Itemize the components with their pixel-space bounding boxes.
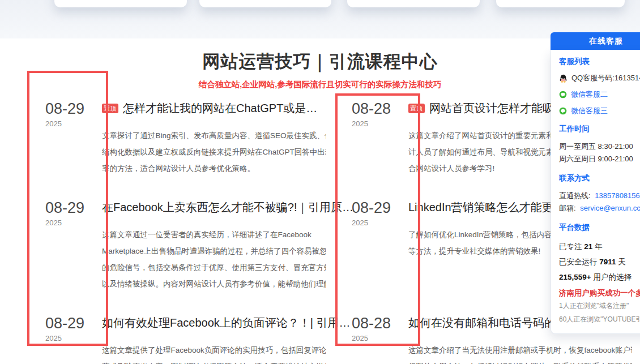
pinned-badge: 置顶 bbox=[102, 104, 118, 113]
top-card[interactable] bbox=[199, 0, 331, 7]
article-date-md: 08-28 bbox=[352, 100, 408, 117]
qq-service-number: QQ客服号码:1613514 bbox=[571, 73, 640, 83]
article-date: 08-29 2025 bbox=[45, 100, 102, 177]
pinned-badge: 置顶 bbox=[408, 104, 425, 113]
wechat-icon bbox=[559, 107, 567, 115]
stat-users-label: 用户的选择 bbox=[593, 273, 632, 281]
article-desc: 文章探讨了通过Bing索引、发布高质量内容、遵循SEO最佳实践、使用 结构化数据… bbox=[102, 127, 326, 177]
article-desc: 这篇文章提供了处理Facebook负面评论的实用技巧，包括回复评论、隐 藏或删除… bbox=[102, 342, 326, 364]
article-date-year: 2025 bbox=[352, 219, 408, 227]
service-list-title: 客服列表 bbox=[559, 57, 640, 67]
article-title-link[interactable]: 在Facebook上卖东西怎么才能不被骗?!｜引用原… bbox=[102, 199, 326, 215]
article-body: 在Facebook上卖东西怎么才能不被骗?!｜引用原… 这篇文章通过一位受害者的… bbox=[102, 199, 326, 292]
platform-data-title: 平台数据 bbox=[559, 222, 640, 233]
top-card[interactable] bbox=[347, 0, 480, 7]
work-time-weekday: 周一至周五 8:30-21:00 bbox=[559, 140, 640, 153]
article-date-year: 2025 bbox=[352, 119, 408, 128]
stat-years-number: 21 bbox=[584, 242, 592, 251]
article-date-year: 2025 bbox=[45, 219, 102, 227]
top-card[interactable] bbox=[54, 0, 187, 7]
article-date-md: 08-29 bbox=[45, 100, 102, 117]
purchase-notice: 济南用户购买成功一个多 bbox=[559, 288, 640, 298]
article-date-md: 08-29 bbox=[45, 315, 102, 332]
work-time-title: 工作时间 bbox=[559, 124, 640, 134]
wechat-service-item-2[interactable]: 微信客服二 bbox=[559, 89, 640, 100]
email-label: 邮箱: bbox=[559, 204, 576, 212]
article-body: 如何有效处理Facebook上的负面评论？！| 引用… 这篇文章提供了处理Fac… bbox=[102, 315, 326, 364]
wechat-service-link: 微信客服三 bbox=[571, 106, 608, 116]
article-list: 08-29 2025 置顶怎样才能让我的网站在ChatGPT或是… 文章探讨了通… bbox=[45, 100, 632, 364]
online-service-panel: 在线客服 客服列表 QQ客服号码:1613514 bbox=[551, 32, 640, 334]
stat-years-label: 已专注 bbox=[559, 242, 582, 251]
article-row: 08-29 2025 置顶怎样才能让我的网站在ChatGPT或是… 文章探讨了通… bbox=[45, 100, 326, 177]
article-title-text: 在Facebook上卖东西怎么才能不被骗?!｜引用原… bbox=[102, 201, 353, 213]
hotline-label: 直通热线: bbox=[559, 191, 591, 200]
article-date-md: 08-28 bbox=[352, 315, 408, 332]
article-title-link[interactable]: 置顶怎样才能让我的网站在ChatGPT或是… bbox=[102, 100, 326, 116]
stat-days: 已安全运行 7911 天 bbox=[559, 254, 640, 269]
qq-icon bbox=[559, 74, 568, 83]
browsing-status: 60人正在浏览"YOUTUBE引 bbox=[559, 314, 640, 326]
hotline-number[interactable]: 13857808156 bbox=[595, 191, 640, 200]
qq-service-item[interactable]: QQ客服号码:1613514 bbox=[559, 73, 640, 83]
browsing-status: 1人正在浏览"域名注册" bbox=[559, 300, 640, 312]
article-date-md: 08-29 bbox=[352, 199, 408, 216]
work-time-weekend: 周六至周日 9:00-21:00 bbox=[559, 153, 640, 165]
stat-years: 已专注 21 年 bbox=[559, 239, 640, 254]
article-date-year: 2025 bbox=[352, 334, 408, 342]
article-row: 08-29 2025 如何有效处理Facebook上的负面评论？！| 引用… 这… bbox=[45, 315, 326, 364]
online-service-body: 客服列表 QQ客服号码:1613514 bbox=[551, 50, 640, 334]
article-row: 08-29 2025 在Facebook上卖东西怎么才能不被骗?!｜引用原… 这… bbox=[45, 199, 326, 292]
wechat-icon bbox=[559, 91, 567, 99]
article-desc: 这篇文章介绍了当无法使用注册邮箱或手机时，恢复facebook账户访问 权限的实… bbox=[408, 342, 632, 364]
article-date: 08-29 2025 bbox=[45, 315, 102, 364]
article-title-link[interactable]: 如何有效处理Facebook上的负面评论？！| 引用… bbox=[102, 315, 326, 331]
contact-title: 联系方式 bbox=[559, 173, 640, 183]
top-cards-band bbox=[0, 0, 640, 38]
article-date: 08-28 2025 bbox=[352, 100, 408, 177]
wechat-service-link: 微信客服二 bbox=[571, 89, 608, 100]
stat-days-label: 已安全运行 bbox=[559, 258, 598, 266]
stat-days-number: 7911 bbox=[599, 258, 616, 266]
stat-users-number: 215,559+ bbox=[559, 273, 591, 281]
article-title-text: 怎样才能让我的网站在ChatGPT或是… bbox=[123, 102, 317, 114]
stat-users: 215,559+ 用户的选择 bbox=[559, 269, 640, 285]
article-date: 08-29 2025 bbox=[45, 199, 102, 292]
article-date: 08-29 2025 bbox=[352, 199, 408, 292]
article-title-text: 如何有效处理Facebook上的负面评论？！| 引用… bbox=[102, 316, 351, 329]
online-service-header[interactable]: 在线客服 bbox=[551, 32, 640, 50]
article-date-year: 2025 bbox=[45, 119, 102, 128]
hotline-row: 直通热线: 13857808156 bbox=[559, 190, 640, 202]
stat-days-unit: 天 bbox=[618, 258, 626, 266]
article-date-md: 08-29 bbox=[45, 199, 102, 216]
stat-years-unit: 年 bbox=[595, 242, 603, 251]
article-date-year: 2025 bbox=[45, 334, 102, 342]
email-address[interactable]: service@enxun.cc bbox=[580, 204, 640, 212]
article-desc: 这篇文章通过一位受害者的真实经历，详细讲述了在Facebook Marketpl… bbox=[102, 226, 326, 292]
article-date: 08-28 2025 bbox=[352, 315, 408, 364]
page-title: 网站运营技巧｜引流课程中心 bbox=[0, 50, 640, 74]
top-card[interactable] bbox=[496, 0, 625, 7]
article-body: 置顶怎样才能让我的网站在ChatGPT或是… 文章探讨了通过Bing索引、发布高… bbox=[102, 100, 326, 177]
wechat-service-item-3[interactable]: 微信客服三 bbox=[559, 106, 640, 116]
page-subtitle: 结合独立站,企业网站,参考国际流行且切实可行的实际操方法和技巧 bbox=[0, 79, 640, 90]
email-row: 邮箱: service@enxun.cc bbox=[559, 202, 640, 215]
